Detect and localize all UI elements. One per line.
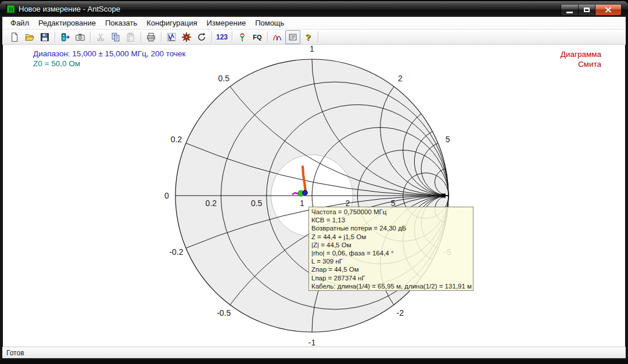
cut-scissors-icon <box>95 32 106 42</box>
123-icon: 123 <box>216 33 228 41</box>
copy-icon <box>110 32 121 42</box>
sweep-range-label: Диапазон: 15,000 ± 15,000 МГц, 200 точек <box>33 49 185 58</box>
tooltip-line: Кабель: длина(1/4) = 65,95 м, длина(1/2)… <box>311 282 471 290</box>
paste-clipboard-icon <box>125 32 136 42</box>
toolbar-separator <box>90 31 91 42</box>
toolbar-separator <box>55 31 55 42</box>
tooltip-line: Возвратные потери = 24,30 дБ <box>311 224 471 232</box>
open-file-button[interactable] <box>22 30 37 44</box>
parameters-123-button[interactable]: 123 <box>214 30 229 44</box>
grid-label: 0.5 <box>251 199 263 208</box>
menu-item-measurement[interactable]: Измерение <box>202 17 251 28</box>
grid-label: 1 <box>310 45 314 53</box>
printer-icon <box>146 32 156 42</box>
chart-area: 00.20.5125-0.2-0.5-1-2-50.20.5125 Диапаз… <box>3 45 625 347</box>
toolbar-separator <box>161 31 162 42</box>
tooltip-line: |rho| = 0,06, фаза = 164,4 ° <box>311 249 471 257</box>
analyzer-device-icon <box>60 32 70 42</box>
window-title: Новое измерение - AntScope <box>19 5 120 13</box>
menu-item-edit[interactable]: Редактирование <box>34 17 101 28</box>
app-window: Новое измерение - AntScope Файл Редактир… <box>0 1 628 361</box>
tooltip-line: Lпар = 287374 нГ <box>311 274 471 282</box>
window-controls <box>561 5 622 16</box>
chart-view-label-line1: Диаграмма <box>561 49 601 59</box>
z0-label: Z0 = 50,0 Ом <box>33 59 80 68</box>
close-button[interactable] <box>595 5 622 16</box>
waves-icon <box>272 32 283 42</box>
waves-chart-button[interactable] <box>270 30 285 44</box>
tooltip-line: Zпар = 44,5 Ом <box>311 265 471 273</box>
menu-item-configuration[interactable]: Конфигурация <box>142 17 202 28</box>
toolbar-separator <box>318 31 318 42</box>
menu-item-help[interactable]: Помощь <box>250 17 289 28</box>
open-folder-icon <box>24 32 35 42</box>
notes-button[interactable] <box>285 30 300 44</box>
tooltip-line: Частота = 0,750000 МГц <box>311 208 471 216</box>
smith-chart[interactable]: 00.20.5125-0.2-0.5-1-2-50.20.5125 <box>3 45 625 347</box>
maximize-button[interactable] <box>579 5 595 16</box>
help-button[interactable]: ? <box>300 30 315 44</box>
tooltip-line: L = 309 нГ <box>311 257 471 265</box>
cursor-tooltip: Частота = 0,750000 МГцКСВ = 1,13Возвратн… <box>308 207 473 291</box>
menu-bar: Файл Редактирование Показать Конфигураци… <box>2 17 626 30</box>
tooltip-line: Z = 44,4 + j1,5 Ом <box>311 233 471 241</box>
app-icon <box>5 4 15 14</box>
print-button[interactable] <box>143 30 159 44</box>
minimize-button[interactable] <box>561 5 579 16</box>
refresh-icon <box>196 32 207 42</box>
help-icon: ? <box>305 32 310 42</box>
minimize-icon <box>566 12 573 13</box>
grid-label: 0.2 <box>171 135 182 144</box>
paste-button[interactable] <box>123 30 138 44</box>
tooltip-line: КСВ = 1,13 <box>311 216 471 224</box>
grid-label: -1 <box>308 338 316 347</box>
new-file-button[interactable] <box>7 30 22 44</box>
grid-label: 0 <box>164 191 169 200</box>
star-burst-icon <box>181 32 192 42</box>
menu-item-file[interactable]: Файл <box>6 17 34 28</box>
antenna-button[interactable] <box>235 30 250 44</box>
cut-button[interactable] <box>93 30 108 44</box>
save-button[interactable] <box>37 30 52 44</box>
graph-v-icon <box>166 32 177 42</box>
status-text: Готов <box>6 349 24 357</box>
grid-label: 1 <box>300 199 304 208</box>
grid-label: 0.5 <box>218 74 229 83</box>
analyzer-connect-button[interactable] <box>58 30 73 44</box>
camera-icon <box>75 32 85 42</box>
infinity-marker <box>442 194 446 198</box>
tooltip-line: |Z| = 44,5 Ом <box>311 241 471 249</box>
status-bar: Готов <box>2 347 626 358</box>
notes-list-icon <box>288 32 298 42</box>
graph-button[interactable] <box>164 30 179 44</box>
fq-icon: FQ <box>253 34 261 41</box>
toolbar-separator <box>211 31 212 42</box>
close-icon <box>605 7 612 13</box>
marker-blue <box>303 190 308 196</box>
star-burst-button[interactable] <box>179 30 194 44</box>
grid-label: 5 <box>446 135 450 144</box>
fq-button[interactable]: FQ <box>250 30 265 44</box>
new-file-icon <box>9 32 20 42</box>
grid-label: -0.5 <box>217 308 231 318</box>
toolbar: 123 FQ ? <box>2 30 626 45</box>
grid-label: -2 <box>397 308 404 318</box>
refresh-button[interactable] <box>194 30 209 44</box>
save-icon <box>40 32 50 42</box>
chart-view-label: Диаграмма Смита <box>561 49 601 69</box>
chart-view-label-line2: Смита <box>561 59 601 69</box>
copy-button[interactable] <box>108 30 123 44</box>
menu-item-show[interactable]: Показать <box>101 17 142 28</box>
grid-label: 0.2 <box>206 199 217 208</box>
title-bar[interactable]: Новое измерение - AntScope <box>0 1 628 17</box>
antenna-icon <box>237 32 247 42</box>
camera-button[interactable] <box>73 30 88 44</box>
toolbar-separator <box>267 31 268 42</box>
toolbar-separator <box>232 31 232 42</box>
grid-label: 2 <box>398 74 403 83</box>
toolbar-separator <box>141 31 141 42</box>
grid-label: -0.2 <box>169 247 183 257</box>
maximize-icon <box>584 8 590 12</box>
